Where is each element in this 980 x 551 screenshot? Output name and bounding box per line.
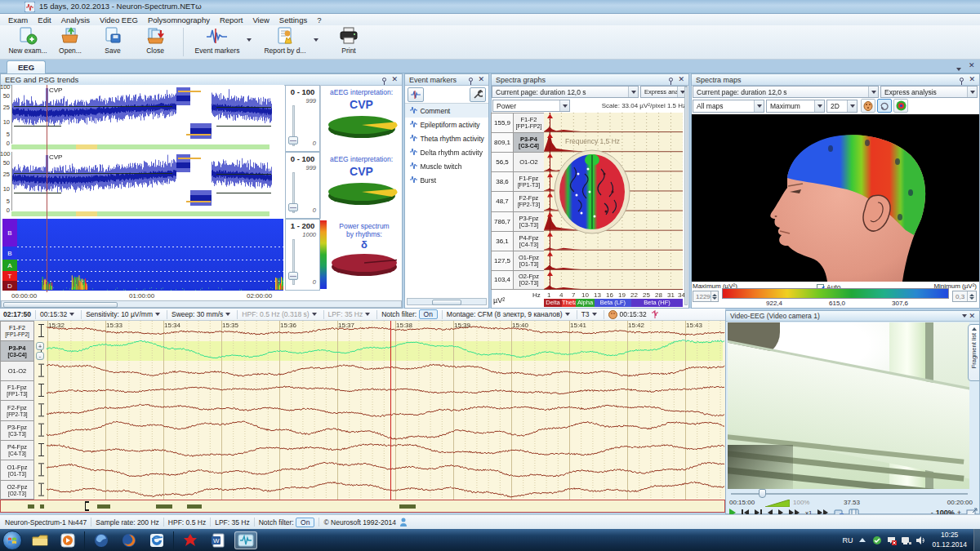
- eeg-overview-bar[interactable]: [0, 500, 725, 513]
- fragment-list-tab[interactable]: Fragment list: [968, 324, 980, 381]
- start-button[interactable]: [2, 531, 22, 550]
- trends-time-cursor[interactable]: [47, 85, 47, 292]
- channel-label[interactable]: O1-Fpz[O1-T3]: [0, 460, 34, 481]
- notch-toggle[interactable]: On: [419, 309, 438, 319]
- status-notch-toggle[interactable]: On: [296, 518, 314, 527]
- video-seek-thumb[interactable]: [759, 489, 766, 498]
- spectra-channel-cell[interactable]: O1-O2: [513, 152, 545, 172]
- event-marker-item-delta[interactable]: Delta rhythm activity: [405, 145, 488, 159]
- print-button[interactable]: Print: [327, 25, 370, 59]
- channel-label[interactable]: F2-Fpz[FP2-T3]: [0, 400, 34, 421]
- open-button[interactable]: Open...: [49, 25, 91, 59]
- map-dimension-select[interactable]: 2D: [826, 100, 858, 113]
- electrode-select[interactable]: T3: [581, 310, 590, 318]
- event-marker-item-comment[interactable]: Comment: [405, 104, 488, 118]
- spectro-slider-thumb[interactable]: [288, 272, 298, 280]
- maximum-spinner[interactable]: 1229: [693, 291, 719, 302]
- gain-decrease-button[interactable]: -: [36, 352, 44, 360]
- tray-update-icon[interactable]: [872, 535, 882, 545]
- all-maps-select[interactable]: All maps: [693, 100, 764, 113]
- save-button[interactable]: Save: [91, 25, 134, 59]
- map-palette-button[interactable]: [893, 99, 908, 113]
- spectra-channel-cell[interactable]: O1-Fpz[O1-T3]: [513, 251, 545, 271]
- event-marker-settings-button[interactable]: [470, 87, 486, 102]
- menu-report[interactable]: Report: [215, 15, 248, 25]
- spectra-maps-pin-icon[interactable]: [960, 78, 964, 82]
- taskbar-ie-icon[interactable]: [145, 531, 168, 549]
- channel-label[interactable]: F1-Fpz[FP1-T3]: [0, 380, 34, 401]
- sweep-value[interactable]: 30 mm/s: [197, 310, 224, 318]
- menu-view[interactable]: View: [247, 15, 274, 25]
- event-markers-dropdown-arrow[interactable]: [244, 35, 254, 45]
- tray-volume-icon[interactable]: [915, 535, 925, 545]
- position-time-select[interactable]: 00:15:32: [40, 310, 67, 318]
- menu-exam[interactable]: Exam: [3, 15, 33, 25]
- trends-scrollbar[interactable]: [1, 300, 402, 308]
- map-head-view-button[interactable]: [861, 99, 875, 113]
- video-seek-track[interactable]: [731, 493, 968, 495]
- tray-action-center-icon[interactable]: [886, 535, 897, 545]
- event-marker-wave-button[interactable]: [408, 87, 424, 102]
- minimum-spinner[interactable]: 0,3: [952, 291, 977, 302]
- event-markers-pin-icon[interactable]: [469, 78, 473, 82]
- eeg-time-cursor[interactable]: [390, 321, 391, 500]
- video-close-icon[interactable]: ✕: [969, 313, 975, 320]
- spectra-graphs-close-icon[interactable]: ✕: [678, 76, 684, 83]
- spectra-graphs-pin-icon[interactable]: [669, 78, 673, 82]
- map-value-select[interactable]: Maximum: [766, 100, 825, 113]
- taskbar-clock[interactable]: 10:25 01.12.2014: [932, 531, 967, 549]
- tabs-close-icon[interactable]: ✕: [969, 62, 975, 69]
- tab-eeg[interactable]: EEG: [7, 60, 46, 73]
- spectra-channel-cell[interactable]: F1-F2[FP1-FP2]: [513, 113, 545, 133]
- event-marker-item-epileptiform[interactable]: Epileptiform activity: [405, 118, 488, 131]
- report-dropdown-arrow[interactable]: [311, 35, 321, 45]
- channel-label[interactable]: F1-F2[FP1-FP2]: [0, 321, 34, 341]
- rhythm-spectrogram[interactable]: [17, 219, 283, 291]
- new-exam-button[interactable]: New exam...: [7, 25, 49, 59]
- tray-expand-arrow[interactable]: [859, 538, 866, 542]
- volume-wedge-icon[interactable]: [765, 500, 790, 507]
- taskbar-media-player-icon[interactable]: [56, 531, 79, 549]
- spectra-channel-cell[interactable]: F1-Fpz[FP1-T3]: [513, 171, 545, 192]
- head-map-viewport[interactable]: [692, 114, 979, 282]
- spectra-maps-page-select[interactable]: Current page: duration 12,0 s: [693, 86, 879, 98]
- hpf-value[interactable]: 0.5 Hz (0.318 s): [260, 310, 309, 318]
- trend2-slider-thumb[interactable]: [288, 203, 298, 211]
- channel-label-selected[interactable]: P3-P4[C3-C4]: [0, 340, 34, 362]
- spectra-channel-cell[interactable]: F2-Fpz[FP2-T3]: [513, 191, 545, 212]
- spectra-maps-analysis-select[interactable]: Express analysis: [880, 86, 978, 98]
- event-marker-item-muscle[interactable]: Muscle twitch: [405, 159, 488, 173]
- spectra-channel-cell-selected[interactable]: P3-P4[C3-C4]: [513, 132, 545, 153]
- map-rotate-button[interactable]: [877, 99, 892, 113]
- video-frame[interactable]: [728, 322, 969, 489]
- event-markers-button[interactable]: Event markers: [190, 25, 244, 59]
- eeg-traces-canvas[interactable]: [34, 321, 725, 500]
- menu-settings[interactable]: Settings: [274, 15, 312, 25]
- menu-edit[interactable]: Edit: [33, 15, 56, 25]
- overview-cursor[interactable]: [85, 501, 89, 511]
- taskbar-neuron-app-icon[interactable]: [234, 531, 257, 549]
- channel-label[interactable]: O2-Fpz[O2-T3]: [0, 480, 34, 500]
- menu-polysomnography[interactable]: Polysomnography: [143, 15, 215, 25]
- taskbar-red-app-icon[interactable]: [179, 531, 202, 549]
- taskbar-thunderbird-icon[interactable]: [90, 531, 113, 549]
- language-indicator[interactable]: RU: [842, 536, 853, 544]
- taskbar-word-icon[interactable]: W: [207, 531, 229, 549]
- channel-label[interactable]: O1-O2: [0, 361, 34, 381]
- trends-pin-icon[interactable]: [382, 78, 386, 82]
- sensitivity-value[interactable]: 10 µV/mm: [121, 310, 153, 318]
- spectra-channel-cell[interactable]: O2-Fpz[O2-T3]: [513, 270, 545, 290]
- spectra-channel-cell[interactable]: P3-Fpz[C3-T3]: [513, 211, 545, 232]
- spectra-measure-select[interactable]: Power: [492, 100, 570, 112]
- lpf-value[interactable]: 35 Hz: [345, 310, 363, 318]
- trend1-slider-thumb[interactable]: [288, 136, 298, 144]
- menu-video-eeg[interactable]: Video EEG: [95, 15, 143, 25]
- event-markers-close-icon[interactable]: ✕: [478, 76, 484, 83]
- event-marker-item-burst[interactable]: Burst: [405, 173, 488, 187]
- event-markers-scrollbar[interactable]: [407, 298, 487, 305]
- spectra-graphs-scrollbar[interactable]: [684, 87, 688, 305]
- video-menu-arrow[interactable]: [960, 311, 969, 321]
- tray-network-icon[interactable]: [901, 535, 911, 545]
- event-marker-item-theta[interactable]: Theta rhythm activity: [405, 131, 488, 145]
- spectra-graphs-analysis-select[interactable]: Express analysis: [640, 86, 688, 98]
